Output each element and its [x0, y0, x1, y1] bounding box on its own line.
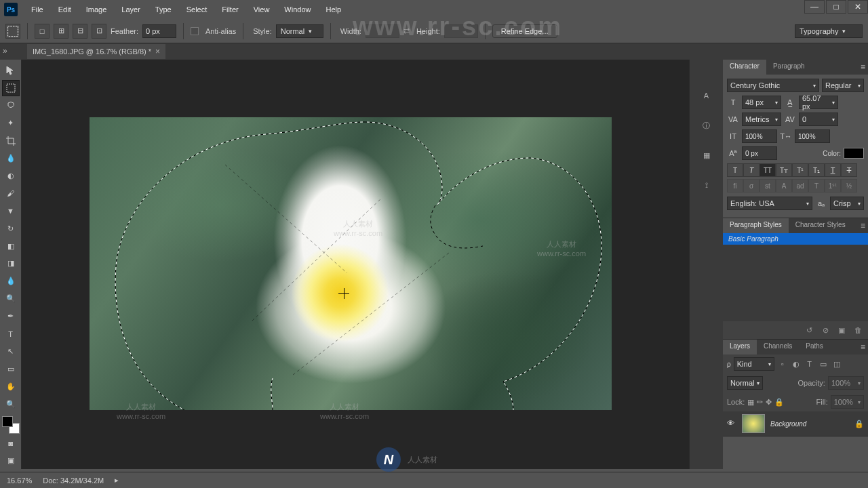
width-input[interactable] — [366, 24, 399, 38]
style-item[interactable]: Basic Paragraph — [723, 233, 868, 245]
menu-file[interactable]: File — [24, 3, 50, 16]
menu-filter[interactable]: Filter — [215, 3, 245, 16]
subscript-button[interactable]: T₁ — [808, 163, 825, 177]
panel-menu-icon[interactable]: ≡ — [861, 221, 865, 230]
filter-type-icon[interactable]: T — [804, 359, 815, 369]
menu-layer[interactable]: Layer — [115, 3, 147, 16]
strikethrough-button[interactable]: T — [841, 163, 857, 177]
text-color-swatch[interactable] — [844, 148, 864, 159]
delete-style-icon[interactable]: 🗑 — [852, 324, 864, 336]
tab-paragraph-styles[interactable]: Paragraph Styles — [723, 218, 789, 233]
canvas-area[interactable]: 人人素材 www.rr-sc.com 人人素材 www.rr-sc.com 人人… — [22, 60, 689, 469]
gradient-tool[interactable]: ◨ — [2, 256, 20, 272]
baseline-input[interactable] — [742, 146, 777, 160]
zoom-tool[interactable]: 🔍 — [2, 396, 20, 412]
add-selection-icon[interactable]: ⊞ — [54, 24, 68, 39]
screen-mode-tool[interactable]: ▣ — [2, 453, 20, 469]
menu-help[interactable]: Help — [319, 3, 348, 16]
layer-row[interactable]: 👁 Background 🔒 — [723, 411, 868, 436]
stamp-tool[interactable]: ▼ — [2, 203, 20, 219]
vscale-input[interactable] — [742, 129, 777, 143]
subtract-selection-icon[interactable]: ⊟ — [73, 24, 87, 39]
eraser-tool[interactable]: ◧ — [2, 238, 20, 254]
font-size-input[interactable]: 48 px — [742, 96, 781, 109]
path-tool[interactable]: ↖ — [2, 344, 20, 360]
panel-menu-icon[interactable]: ≡ — [861, 342, 865, 352]
menu-select[interactable]: Select — [180, 3, 214, 16]
new-selection-icon[interactable]: □ — [35, 24, 50, 39]
filter-adjustment-icon[interactable]: ◐ — [791, 359, 802, 369]
layer-name[interactable]: Background — [770, 420, 849, 428]
anti-alias-checkbox[interactable] — [191, 27, 199, 35]
dodge-tool[interactable]: 🔍 — [2, 291, 20, 307]
menu-window[interactable]: Window — [277, 3, 317, 16]
dock-styles-icon[interactable]: ⟟ — [698, 176, 715, 194]
wand-tool[interactable]: ✦ — [2, 115, 20, 131]
kerning-select[interactable]: Metrics — [742, 113, 781, 126]
menu-type[interactable]: Type — [149, 3, 178, 16]
tracking-input[interactable]: 0 — [799, 113, 838, 126]
bold-button[interactable]: T — [727, 163, 743, 177]
anti-alias-select[interactable]: Crisp — [830, 197, 864, 210]
italic-button[interactable]: T — [743, 163, 760, 177]
allcaps-button[interactable]: TT — [760, 163, 776, 177]
status-arrow-icon[interactable]: ▸ — [115, 476, 119, 485]
hand-tool[interactable]: ✋ — [2, 378, 20, 394]
menu-view[interactable]: View — [247, 3, 277, 16]
font-family-select[interactable]: Century Gothic — [727, 79, 819, 92]
opacity-input[interactable]: 100% — [828, 376, 864, 390]
dock-swatches-icon[interactable]: ▦ — [698, 146, 715, 164]
refine-edge-button[interactable]: Refine Edge... — [492, 24, 557, 38]
document-tab-close-icon[interactable]: × — [155, 47, 160, 56]
dock-info-icon[interactable]: ⓘ — [698, 117, 715, 134]
filter-shape-icon[interactable]: ▭ — [818, 359, 829, 369]
underline-button[interactable]: T — [825, 163, 841, 177]
dock-character-icon[interactable]: A — [698, 87, 715, 104]
fi-button[interactable]: fi — [727, 179, 743, 192]
shape-tool[interactable]: ▭ — [2, 361, 20, 377]
minimize-button[interactable]: — — [804, 0, 825, 14]
lasso-tool[interactable] — [2, 98, 20, 114]
lock-position-icon[interactable]: ✥ — [766, 398, 772, 407]
healing-tool[interactable]: ◐ — [2, 167, 20, 184]
crop-tool[interactable] — [2, 133, 20, 149]
quick-mask-tool[interactable]: ◙ — [2, 435, 20, 451]
visibility-icon[interactable]: 👁 — [727, 419, 736, 428]
tool-preset-icon[interactable] — [5, 24, 20, 39]
smallcaps-button[interactable]: Tᴛ — [776, 163, 792, 177]
blur-tool[interactable]: 💧 — [2, 273, 20, 289]
type-tool[interactable]: T — [2, 326, 20, 342]
style-select[interactable]: Normal — [276, 24, 323, 38]
brush-tool[interactable]: 🖌 — [2, 185, 20, 201]
tab-channels[interactable]: Channels — [757, 340, 799, 354]
new-style-icon[interactable]: ▣ — [835, 324, 848, 336]
panel-menu-icon[interactable]: ≡ — [861, 62, 865, 72]
move-tool[interactable] — [2, 62, 20, 79]
intersect-selection-icon[interactable]: ⊡ — [92, 24, 106, 39]
foreground-color[interactable] — [2, 416, 13, 427]
filter-pixel-icon[interactable]: ▫ — [777, 359, 788, 369]
blend-mode-select[interactable]: Normal — [727, 376, 763, 390]
layer-kind-select[interactable]: Kind — [734, 357, 774, 371]
lock-pixels-icon[interactable]: ✏ — [757, 398, 763, 407]
doc-info[interactable]: Doc: 34.2M/34.2M — [43, 476, 104, 485]
menu-image[interactable]: Image — [79, 3, 114, 16]
aa-button[interactable]: ad — [792, 179, 808, 192]
zoom-level[interactable]: 16.67% — [7, 476, 32, 485]
leading-input[interactable]: 65.07 px — [799, 96, 838, 109]
tab-character-styles[interactable]: Character Styles — [789, 218, 852, 233]
fill-input[interactable]: 100% — [831, 395, 864, 409]
hscale-input[interactable] — [795, 129, 830, 143]
menu-edit[interactable]: Edit — [52, 3, 78, 16]
1st-button[interactable]: 1ˢᵗ — [825, 179, 841, 192]
clear-icon[interactable]: ⊘ — [819, 324, 831, 336]
half-button[interactable]: ½ — [841, 179, 857, 192]
close-button[interactable]: ✕ — [848, 0, 868, 14]
styles-list[interactable]: Basic Paragraph — [723, 233, 868, 321]
lock-all-icon[interactable]: 🔒 — [774, 398, 784, 407]
lock-transparency-icon[interactable]: ▦ — [747, 398, 754, 407]
history-brush-tool[interactable]: ↻ — [2, 220, 20, 237]
workspace-select[interactable]: Typography — [795, 24, 863, 38]
revert-icon[interactable]: ↺ — [803, 324, 815, 336]
document-tab[interactable]: IMG_1680.JPG @ 16.7% (RGB/8) * × — [27, 44, 165, 59]
